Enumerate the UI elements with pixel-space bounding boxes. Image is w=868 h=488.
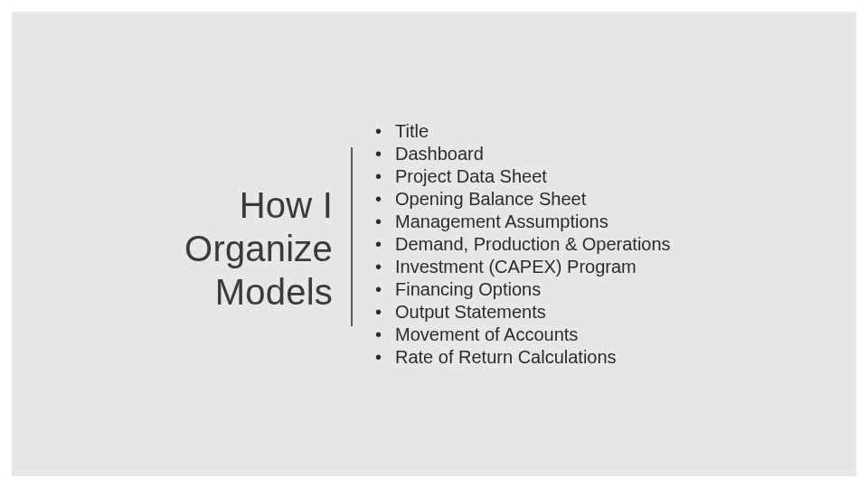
title-line-3: Models [12,270,333,314]
list-item-text: Output Statements [395,302,546,322]
list-item: Dashboard [372,143,806,165]
list-item-text: Dashboard [395,144,484,164]
list-item-text: Investment (CAPEX) Program [395,257,637,277]
slide-background: How I Organize Models Title Dashboard Pr… [12,12,856,476]
list-item: Demand, Production & Operations [372,233,806,256]
list-item: Investment (CAPEX) Program [372,256,806,278]
list-item: Project Data Sheet [372,165,806,188]
list-item: Title [372,120,806,143]
list-item: Movement of Accounts [372,324,806,346]
title-line-1: How I [12,183,333,227]
list-item: Opening Balance Sheet [372,188,806,211]
list-item: Financing Options [372,278,806,301]
list-item-text: Title [395,121,429,141]
title-line-2: Organize [12,227,333,270]
list-item-text: Demand, Production & Operations [395,234,671,254]
bullet-list: Title Dashboard Project Data Sheet Openi… [372,120,806,369]
list-item-text: Opening Balance Sheet [395,189,586,209]
list-item-text: Management Assumptions [395,211,609,231]
slide-title: How I Organize Models [12,183,333,314]
list-item-text: Movement of Accounts [395,324,578,344]
list-item: Rate of Return Calculations [372,346,806,369]
list-item-text: Project Data Sheet [395,166,547,186]
vertical-divider [351,147,353,326]
list-item-text: Rate of Return Calculations [395,347,617,367]
list-item-text: Financing Options [395,279,541,299]
slide-canvas: How I Organize Models Title Dashboard Pr… [0,0,868,488]
list-item: Output Statements [372,301,806,324]
list-item: Management Assumptions [372,211,806,233]
